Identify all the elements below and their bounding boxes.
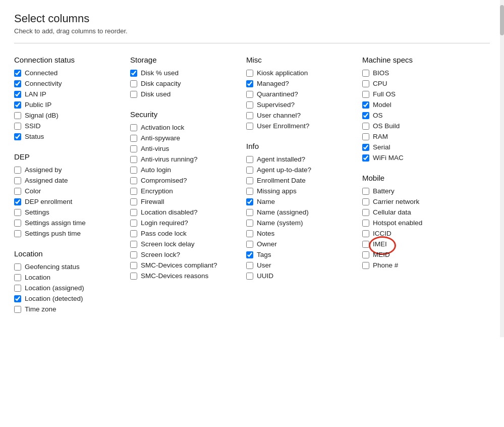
enrollment-date-checkbox[interactable]	[246, 177, 253, 184]
auto-login-checkbox[interactable]	[130, 167, 137, 174]
quarantined-label[interactable]: Quarantined?	[257, 90, 298, 98]
imei-checkbox[interactable]	[362, 241, 369, 248]
user-enrollment-checkbox[interactable]	[246, 123, 253, 130]
location-disabled-label[interactable]: Location disabled?	[141, 208, 198, 216]
encryption-checkbox[interactable]	[130, 188, 137, 195]
name-label[interactable]: Name	[257, 198, 275, 205]
smc-reasons-checkbox[interactable]	[130, 273, 137, 280]
smc-compliant-label[interactable]: SMC-Devices compliant?	[141, 261, 217, 269]
serial-checkbox[interactable]	[362, 144, 369, 151]
full-os-checkbox[interactable]	[362, 91, 369, 98]
ram-label[interactable]: RAM	[373, 133, 388, 140]
iccid-checkbox[interactable]	[362, 230, 369, 237]
pass-code-lock-checkbox[interactable]	[130, 230, 137, 237]
connectivity-checkbox[interactable]	[14, 80, 21, 87]
lan-ip-checkbox[interactable]	[14, 91, 21, 98]
quarantined-checkbox[interactable]	[246, 91, 253, 98]
agent-up-to-date-checkbox[interactable]	[246, 167, 253, 174]
pass-code-lock-label[interactable]: Pass code lock	[141, 230, 187, 237]
time-zone-label[interactable]: Time zone	[25, 305, 57, 313]
settings-push-time-checkbox[interactable]	[14, 230, 21, 237]
smc-compliant-checkbox[interactable]	[130, 262, 137, 269]
ram-checkbox[interactable]	[362, 133, 369, 140]
public-ip-checkbox[interactable]	[14, 101, 21, 109]
disk-pct-used-label[interactable]: Disk % used	[141, 69, 179, 77]
geofencing-status-label[interactable]: Geofencing status	[25, 263, 80, 271]
login-required-label[interactable]: Login required?	[141, 219, 188, 227]
public-ip-label[interactable]: Public IP	[25, 101, 51, 109]
tags-label[interactable]: Tags	[257, 251, 271, 258]
uuid-label[interactable]: UUID	[257, 272, 273, 280]
bios-checkbox[interactable]	[362, 70, 369, 77]
activation-lock-checkbox[interactable]	[130, 124, 137, 131]
user-enrollment-label[interactable]: User Enrollment?	[257, 122, 309, 130]
managed-checkbox[interactable]	[246, 80, 253, 87]
connectivity-label[interactable]: Connectivity	[25, 80, 62, 87]
settings-assign-time-label[interactable]: Settings assign time	[25, 219, 86, 227]
agent-installed-checkbox[interactable]	[246, 156, 253, 163]
location-disabled-checkbox[interactable]	[130, 209, 137, 216]
connected-label[interactable]: Connected	[25, 69, 58, 77]
location-assigned-label[interactable]: Location (assigned)	[25, 284, 84, 292]
managed-label[interactable]: Managed?	[257, 80, 289, 87]
battery-checkbox[interactable]	[362, 188, 369, 195]
phone-hash-checkbox[interactable]	[362, 262, 369, 269]
phone-hash-label[interactable]: Phone #	[373, 261, 398, 269]
anti-virus-running-label[interactable]: Anti-virus running?	[141, 155, 198, 163]
user-channel-label[interactable]: User channel?	[257, 112, 301, 119]
notes-checkbox[interactable]	[246, 230, 253, 237]
model-checkbox[interactable]	[362, 101, 369, 109]
lan-ip-label[interactable]: LAN IP	[25, 90, 46, 98]
scrollbar[interactable]	[500, 0, 504, 337]
anti-spyware-label[interactable]: Anti-spyware	[141, 134, 180, 142]
user-label[interactable]: User	[257, 261, 271, 269]
settings-checkbox[interactable]	[14, 209, 21, 216]
auto-login-label[interactable]: Auto login	[141, 166, 171, 174]
name-checkbox[interactable]	[246, 198, 253, 205]
name-system-checkbox[interactable]	[246, 220, 253, 227]
disk-capacity-checkbox[interactable]	[130, 80, 137, 87]
connected-checkbox[interactable]	[14, 70, 21, 77]
screen-lock-delay-label[interactable]: Screen lock delay	[141, 240, 195, 248]
enrollment-date-label[interactable]: Enrollment Date	[257, 177, 306, 184]
os-build-label[interactable]: OS Build	[373, 122, 400, 130]
user-checkbox[interactable]	[246, 262, 253, 269]
disk-used-label[interactable]: Disk used	[141, 90, 171, 98]
agent-up-to-date-label[interactable]: Agent up-to-date?	[257, 166, 311, 174]
supervised-label[interactable]: Supervised?	[257, 101, 295, 109]
anti-virus-checkbox[interactable]	[130, 145, 137, 152]
anti-spyware-checkbox[interactable]	[130, 135, 137, 142]
signal-db-label[interactable]: Signal (dB)	[25, 112, 59, 119]
color-checkbox[interactable]	[14, 188, 21, 195]
iccid-label[interactable]: ICCID	[373, 230, 391, 237]
kiosk-application-label[interactable]: Kiosk application	[257, 69, 308, 77]
name-assigned-checkbox[interactable]	[246, 209, 253, 216]
geofencing-status-checkbox[interactable]	[14, 263, 21, 271]
cpu-checkbox[interactable]	[362, 80, 369, 87]
assigned-date-label[interactable]: Assigned date	[25, 177, 68, 184]
name-assigned-label[interactable]: Name (assigned)	[257, 208, 309, 216]
compromised-label[interactable]: Compromised?	[141, 177, 187, 184]
signal-db-checkbox[interactable]	[14, 112, 21, 119]
model-label[interactable]: Model	[373, 101, 391, 109]
anti-virus-label[interactable]: Anti-virus	[141, 145, 169, 152]
smc-reasons-label[interactable]: SMC-Devices reasons	[141, 272, 208, 280]
user-channel-checkbox[interactable]	[246, 112, 253, 119]
tags-checkbox[interactable]	[246, 251, 253, 258]
screen-lock-delay-checkbox[interactable]	[130, 241, 137, 248]
activation-lock-label[interactable]: Activation lock	[141, 124, 184, 131]
cpu-label[interactable]: CPU	[373, 80, 387, 87]
carrier-network-checkbox[interactable]	[362, 198, 369, 205]
full-os-label[interactable]: Full OS	[373, 90, 396, 98]
wifi-mac-label[interactable]: WiFi MAC	[373, 154, 404, 162]
settings-label[interactable]: Settings	[25, 208, 49, 216]
ssid-label[interactable]: SSID	[25, 122, 41, 130]
meid-checkbox[interactable]	[362, 251, 369, 258]
settings-assign-time-checkbox[interactable]	[14, 220, 21, 227]
settings-push-time-label[interactable]: Settings push time	[25, 230, 81, 237]
disk-capacity-label[interactable]: Disk capacity	[141, 80, 181, 87]
assigned-by-label[interactable]: Assigned by	[25, 166, 62, 174]
anti-virus-running-checkbox[interactable]	[130, 156, 137, 163]
meid-label[interactable]: MEID	[373, 251, 390, 258]
notes-label[interactable]: Notes	[257, 230, 274, 237]
